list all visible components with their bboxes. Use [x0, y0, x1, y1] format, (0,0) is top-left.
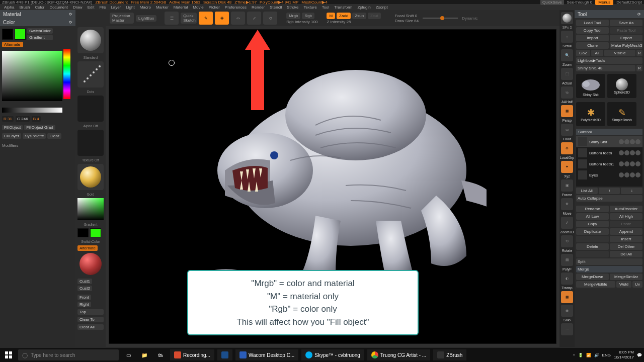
dots-stroke[interactable]	[77, 61, 104, 87]
menu-zscript[interactable]: Zscript	[374, 5, 390, 10]
start-button[interactable]	[2, 349, 15, 361]
gradient-picker-small[interactable]	[77, 198, 104, 220]
filllayer-button[interactable]: FillLayer	[2, 133, 21, 139]
menu-color[interactable]: Color	[33, 5, 46, 10]
menu-layer[interactable]: Layer	[109, 5, 123, 10]
tool-panel-title[interactable]: Tool⟳	[575, 10, 644, 18]
transp-icon[interactable]: ◐	[561, 273, 573, 285]
zsub-button[interactable]: Zsub	[352, 13, 366, 19]
quicksave-button[interactable]: QuickSave	[540, 0, 564, 5]
modifiers-label[interactable]: Modifiers	[2, 143, 73, 148]
zcut-button[interactable]: Zcut	[368, 13, 381, 19]
gradient-button[interactable]: Gradient	[27, 35, 53, 40]
battery-icon[interactable]: 🔋	[578, 353, 583, 357]
draw-mode[interactable]: ✚	[215, 12, 229, 25]
menu-light[interactable]: Light	[124, 5, 136, 10]
task-skype[interactable]: Skype™ - cvbtruong	[301, 349, 364, 360]
tray-up-icon[interactable]: ^	[573, 353, 575, 357]
primary-color-swatch[interactable]	[15, 29, 26, 40]
subtool-header[interactable]: Subtool	[576, 129, 642, 135]
scroll-icon[interactable]: ↕	[561, 31, 573, 43]
standard-brush[interactable]	[77, 27, 104, 53]
subtool-row[interactable]: Eyes	[576, 169, 642, 180]
floor-icon[interactable]: ▭	[561, 124, 573, 136]
frame-icon[interactable]: ▣	[561, 179, 573, 192]
subtool-row[interactable]: Bottom teeth	[576, 147, 642, 158]
draw-size-slider[interactable]	[423, 18, 458, 19]
task-zbrush[interactable]: ZBrush	[433, 349, 466, 360]
material-panel-title[interactable]: Material⟳	[0, 10, 75, 18]
store-icon[interactable]: 🛍	[154, 349, 167, 361]
menu-stroke[interactable]: Stroke	[285, 5, 300, 10]
wifi-icon[interactable]: 📶	[586, 353, 591, 357]
save-as-button[interactable]: Save As	[610, 20, 642, 26]
b-value[interactable]: B 4	[32, 116, 41, 122]
task-photoshop[interactable]	[217, 349, 232, 360]
task-wacom[interactable]: Wacom Desktop C...	[235, 349, 298, 360]
see-through-slider[interactable]: See-through 0	[567, 0, 593, 5]
color-panel-title[interactable]: Color⟳	[0, 18, 75, 26]
scale-mode[interactable]: ⤢	[247, 12, 261, 25]
menu-material[interactable]: Material	[172, 5, 190, 10]
menu-file[interactable]: File	[97, 5, 108, 10]
persp-icon[interactable]: ▦	[561, 105, 573, 117]
subtool-row[interactable]: Shiny Shit	[576, 136, 642, 147]
menu-macro[interactable]: Macro	[138, 5, 153, 10]
task-camtasia[interactable]: Recording...	[170, 349, 214, 360]
move3d-icon[interactable]: ✥	[561, 198, 573, 210]
volume-icon[interactable]: 🔊	[594, 353, 599, 357]
simplebrush-thumb[interactable]: ✎SimpleBrush	[607, 102, 636, 126]
explorer-icon[interactable]: 📁	[138, 349, 151, 361]
menu-tool[interactable]: Tool	[320, 5, 332, 10]
menu-draw[interactable]: Draw	[71, 5, 85, 10]
menu-render[interactable]: Render	[250, 5, 267, 10]
local-icon[interactable]: ⊕	[561, 142, 573, 154]
menu-movie[interactable]: Movie	[191, 5, 205, 10]
menu-edit[interactable]: Edit	[86, 5, 97, 10]
fillobject-button[interactable]: FillObject	[2, 125, 23, 130]
lightbox-button[interactable]: LightBox	[136, 15, 156, 22]
rgb-button[interactable]: Rgb	[302, 13, 314, 19]
menu-brush[interactable]: Brush	[17, 5, 32, 10]
menu-preferences[interactable]: Preferences	[223, 5, 249, 10]
search-input[interactable]: ◯ Type here to search	[18, 349, 119, 360]
rotate3d-icon[interactable]: ⟲	[561, 235, 573, 247]
material-preview[interactable]	[79, 253, 102, 275]
notifications-icon[interactable]: 💬	[637, 353, 642, 357]
color-picker[interactable]	[2, 51, 62, 101]
secondary-color-swatch[interactable]	[2, 29, 13, 40]
switchcolor-button[interactable]: SwitchColor	[27, 28, 53, 34]
rotate-mode[interactable]: ⟲	[263, 12, 277, 25]
viewport[interactable]: "Mrgb" = color and material "M" = materi…	[109, 29, 556, 344]
clear-button[interactable]: Clear	[47, 133, 61, 139]
lang-indicator[interactable]: ENG	[602, 353, 611, 357]
polymesh3d-thumb[interactable]: ✱PolyMesh3D	[576, 102, 605, 126]
menu-picker[interactable]: Picker	[207, 5, 222, 10]
aahalf-icon[interactable]: ½	[561, 86, 573, 99]
system-tray[interactable]: ^ 🔋 📶 🔊 ENG 6:05 PM 10/14/2017 💬	[573, 350, 642, 360]
sphere3d-thumb[interactable]: Sphere3D	[607, 74, 636, 98]
menu-transform[interactable]: Transform	[332, 5, 354, 10]
menu-texture[interactable]: Texture	[301, 5, 318, 10]
menu-marker[interactable]: Marker	[154, 5, 171, 10]
value-strip[interactable]	[2, 108, 62, 113]
active-tool-thumb[interactable]: Shiny Shit	[576, 74, 605, 98]
alpha-slot[interactable]	[77, 96, 104, 122]
texture-slot[interactable]	[77, 130, 104, 156]
material-gold[interactable]	[77, 164, 104, 190]
polyf-icon[interactable]: ▤	[561, 254, 573, 266]
material-ball-icon[interactable]	[561, 12, 573, 24]
xyz-icon[interactable]: ✦	[561, 161, 573, 173]
syspalette-button[interactable]: SysPalette	[23, 133, 46, 139]
projection-master[interactable]: Projection Master	[110, 13, 134, 24]
hue-strip[interactable]	[63, 49, 70, 99]
task-chrome[interactable]: Truong CG Artist - ...	[367, 349, 430, 360]
r-value[interactable]: R 31	[2, 116, 14, 122]
alternate-button[interactable]: Alternate	[2, 42, 23, 47]
zadd-button[interactable]: Zadd	[337, 13, 351, 19]
menu-alpha[interactable]: Alpha	[2, 5, 16, 10]
menu-document[interactable]: Document	[48, 5, 70, 10]
fillobject-grad-button[interactable]: FillObject Grad	[24, 125, 55, 130]
menus-button[interactable]: Menus	[595, 0, 613, 5]
solo-icon[interactable]: ◉	[561, 305, 573, 317]
